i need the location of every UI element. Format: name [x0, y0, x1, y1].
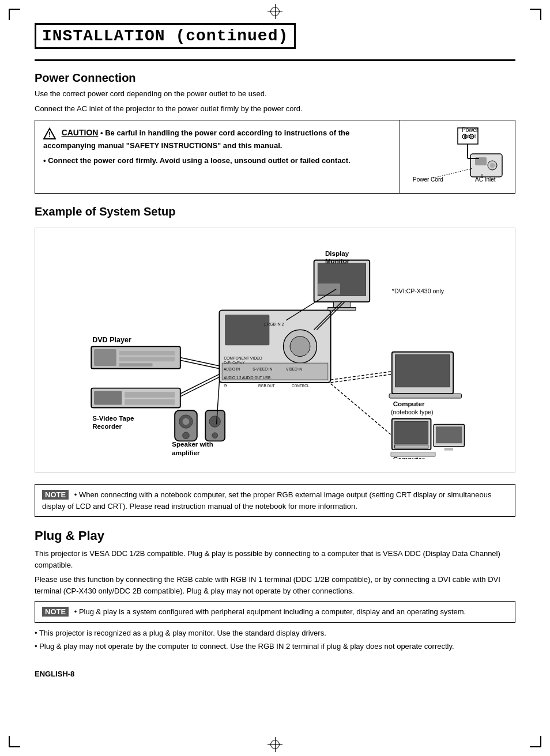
svg-point-69 — [183, 432, 190, 439]
title-divider — [35, 59, 515, 61]
svg-point-71 — [209, 416, 220, 427]
plug-play-bullet-1: • This projector is recognized as a plug… — [35, 628, 515, 639]
power-body-2: Connect the AC inlet of the projector to… — [35, 103, 515, 115]
svg-rect-54 — [389, 394, 462, 398]
svg-text:(notebook type): (notebook type) — [391, 409, 434, 415]
svg-text:amplifier: amplifier — [172, 449, 200, 456]
svg-text:AUDIO IN: AUDIO IN — [224, 367, 240, 371]
svg-text:VIDEO IN: VIDEO IN — [286, 367, 302, 371]
svg-point-72 — [212, 433, 218, 439]
svg-text:Power Cord: Power Cord — [413, 176, 443, 183]
caution-image-area: Power outlet Power Cord AC Inlet — [400, 120, 515, 193]
svg-point-10 — [490, 163, 495, 168]
plug-play-bullet-2: • Plug & play may not operate by the com… — [35, 641, 515, 652]
power-diagram-svg: Power outlet Power Cord AC Inlet — [407, 125, 508, 188]
power-body-1: Use the correct power cord depending on … — [35, 88, 515, 100]
svg-rect-49 — [125, 399, 175, 405]
note-system-setup: NOTE • When connecting with a notebook c… — [35, 484, 515, 517]
svg-text:S-VIDEO IN: S-VIDEO IN — [253, 367, 272, 371]
svg-point-20 — [290, 337, 310, 357]
page-title: INSTALLATION (continued) — [35, 23, 296, 49]
svg-text:*DVI:CP-X430 only: *DVI:CP-X430 only — [392, 288, 444, 294]
svg-rect-36 — [318, 284, 340, 294]
power-connection-heading: Power Connection — [35, 71, 515, 85]
svg-rect-42 — [119, 351, 175, 356]
svg-rect-35 — [328, 308, 356, 311]
svg-rect-43 — [119, 357, 175, 362]
svg-line-81 — [331, 372, 392, 380]
svg-rect-53 — [395, 355, 450, 387]
caution-title: CAUTION — [62, 128, 99, 137]
svg-rect-62 — [444, 448, 453, 451]
svg-text:DVD Player: DVD Player — [92, 336, 131, 344]
svg-text:CONTROL: CONTROL — [292, 384, 310, 388]
svg-text:Computer: Computer — [393, 456, 425, 459]
note-plug-play: NOTE • Plug & play is a system configure… — [35, 601, 515, 623]
svg-rect-59 — [395, 445, 428, 448]
svg-text:RGB OUT: RGB OUT — [258, 384, 275, 388]
svg-rect-58 — [395, 422, 428, 444]
svg-rect-48 — [125, 392, 175, 398]
note-text-2: • Plug & play is a system configured wit… — [74, 607, 466, 616]
svg-text:Computer: Computer — [393, 400, 425, 407]
svg-rect-18 — [225, 315, 269, 345]
system-setup-heading: Example of System Setup — [35, 205, 515, 218]
page-footer: ENGLISH-8 — [35, 670, 515, 678]
svg-text:AC Inlet: AC Inlet — [475, 176, 496, 183]
note-label-2: NOTE — [42, 607, 69, 617]
corner-mark-br — [530, 736, 541, 747]
caution-box: ! CAUTION • Be carful in handling the po… — [35, 120, 515, 194]
caution-icon: ! — [43, 127, 56, 140]
system-diagram-container: COMPONENT VIDEO Cr/Pr Cs/Pa Y AUDIO IN S… — [35, 228, 515, 472]
svg-text:Display: Display — [325, 250, 349, 257]
svg-text:Speaker with: Speaker with — [172, 441, 213, 448]
svg-line-83 — [331, 384, 392, 436]
svg-text:COMPONENT VIDEO: COMPONENT VIDEO — [224, 356, 262, 360]
corner-mark-bl — [9, 736, 20, 747]
svg-text:1   RGB IN   2: 1 RGB IN 2 — [264, 322, 284, 326]
plug-play-section: Plug & Play This projector is VESA DDC 1… — [35, 528, 515, 652]
system-setup-section: Example of System Setup COMPONENT VIDEO … — [35, 205, 515, 517]
system-diagram-svg: COMPONENT VIDEO Cr/Pr Cs/Pa Y AUDIO IN S… — [47, 240, 503, 459]
svg-text:Recorder: Recorder — [92, 423, 122, 430]
caution-header: ! CAUTION • Be carful in handling the po… — [43, 126, 391, 152]
svg-text:S-Video Tape: S-Video Tape — [92, 415, 134, 422]
svg-rect-47 — [94, 391, 122, 405]
plug-play-heading: Plug & Play — [35, 528, 515, 543]
svg-text:IN: IN — [224, 383, 228, 387]
plug-play-body2: Please use this function by connecting t… — [35, 574, 515, 596]
svg-rect-41 — [94, 349, 116, 366]
caution-text-area: ! CAUTION • Be carful in handling the po… — [35, 120, 400, 193]
caution-text2: • Connect the power cord firmly. Avoid u… — [43, 155, 391, 167]
svg-text:AUDIO 1  2  AUDIO OUT  USB: AUDIO 1 2 AUDIO OUT USB — [224, 376, 270, 380]
svg-point-68 — [183, 418, 190, 425]
svg-rect-61 — [436, 426, 462, 443]
note-text-1: • When connecting with a notebook comput… — [42, 490, 492, 511]
svg-line-77 — [180, 374, 220, 394]
plug-play-body1: This projector is VESA DDC 1/2B compatib… — [35, 548, 515, 570]
svg-line-78 — [180, 377, 220, 396]
power-connection-section: Power Connection Use the correct power c… — [35, 71, 515, 194]
svg-text:Cr/Pr   Cs/Pa    Y: Cr/Pr Cs/Pa Y — [224, 361, 244, 364]
svg-rect-7 — [470, 154, 502, 177]
corner-mark-tr — [530, 9, 541, 20]
note-label-1: NOTE — [42, 490, 69, 500]
svg-rect-44 — [119, 363, 153, 366]
registration-bottom — [270, 740, 280, 749]
corner-mark-tl — [9, 9, 20, 20]
svg-text:!: ! — [48, 131, 51, 139]
svg-text:Monitor: Monitor — [325, 258, 350, 264]
registration-top — [270, 7, 280, 16]
